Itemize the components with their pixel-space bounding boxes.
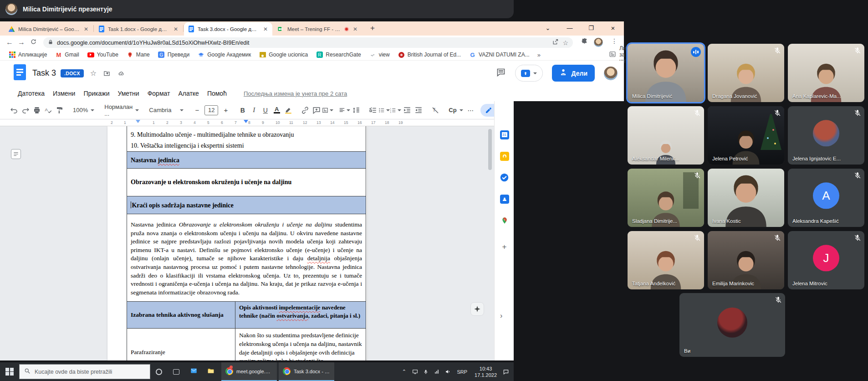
bulleted-list-button[interactable] — [378, 104, 390, 116]
participant-tile[interactable]: Ana Kaplarevic-Ma... — [788, 44, 864, 102]
document-scrollbar[interactable] — [488, 129, 492, 170]
numbered-list-button[interactable]: 123 — [390, 104, 401, 116]
zoom-select[interactable]: 100% — [71, 107, 97, 113]
present-to-meeting-button[interactable] — [515, 65, 543, 82]
participant-tile[interactable]: Jelena Ignjatovic E... — [788, 106, 864, 165]
browser-tab[interactable]: Task 1.docx - Google документи✕ — [94, 22, 183, 36]
taskbar-search-input[interactable]: Kucajte ovde da biste pretražili — [19, 364, 150, 379]
table-row[interactable]: Nastavna jedinica Obrazovanje u elektron… — [127, 214, 366, 302]
ruler-indent-marker[interactable] — [244, 120, 248, 123]
browser-tab[interactable]: Task 3.docx - Google документи✕ — [184, 22, 272, 36]
extensions-puzzle-icon[interactable] — [581, 38, 588, 47]
contacts-panel-icon[interactable] — [499, 194, 510, 204]
toolbar-more-button[interactable]: ⋯ — [465, 104, 477, 116]
reload-icon[interactable] — [27, 38, 39, 47]
menu-Алатке[interactable]: Алатке — [174, 88, 203, 99]
taskbar-app-button[interactable]: Task 3.docx - Googl... — [279, 362, 334, 381]
indent-button[interactable] — [413, 104, 424, 116]
font-size-increase-button[interactable]: + — [220, 104, 231, 116]
menu-Уметни[interactable]: Уметни — [113, 88, 143, 99]
window-minimize-button[interactable]: — — [563, 23, 577, 34]
start-button[interactable] — [0, 368, 19, 376]
keep-panel-icon[interactable] — [499, 151, 510, 161]
undo-button[interactable] — [8, 104, 20, 116]
participant-tile[interactable]: Tatjana Anđelković — [628, 231, 704, 289]
table-row[interactable]: 9. Multimodalno učenje - multimedijalne … — [127, 126, 366, 152]
browser-menu-icon[interactable]: ⋮ — [611, 37, 618, 45]
table-row-header[interactable]: Kraći opis sadržaja nastavne jedinice — [127, 196, 366, 214]
action-center-icon[interactable] — [501, 369, 511, 375]
font-select[interactable]: Cambria — [147, 107, 186, 113]
table-row-header[interactable]: Nastavna jedinica — [127, 152, 366, 169]
share-page-icon[interactable] — [552, 38, 559, 47]
network-signal-icon[interactable] — [432, 369, 442, 375]
mail-app-button[interactable] — [185, 362, 202, 381]
bookmark-item[interactable]: Google Академик — [194, 51, 255, 58]
participant-tile[interactable]: Ivana Kostic — [708, 169, 784, 227]
document-page[interactable]: 9. Multimodalno učenje - multimedijalne … — [107, 126, 367, 360]
taskbar-app-button[interactable]: meet.google.com д... — [221, 362, 277, 381]
microphone-tray-icon[interactable] — [421, 369, 431, 375]
participant-tile[interactable]: Milica Dimitrijević — [628, 44, 704, 102]
tab-search-chevron-icon[interactable]: ⌄ — [541, 23, 555, 34]
new-tab-button[interactable]: + — [367, 23, 378, 34]
line-spacing-button[interactable] — [350, 104, 362, 116]
text-color-button[interactable]: A — [271, 104, 282, 116]
side-panel-add-icon[interactable]: + — [499, 242, 510, 252]
participant-tile[interactable]: AAleksandra Kapešić — [788, 169, 864, 227]
hidden-icons-chevron[interactable]: ⌃ — [399, 369, 409, 375]
document-outline-icon[interactable] — [11, 149, 21, 159]
self-tile[interactable]: Ви — [679, 293, 785, 357]
underline-button[interactable]: U — [260, 104, 271, 116]
volume-icon[interactable] — [443, 369, 453, 375]
participant-tile[interactable]: Sladjana Dimitrije... — [628, 169, 704, 227]
bookmark-item[interactable]: Апликације — [5, 51, 51, 58]
browser-profile-avatar[interactable] — [594, 38, 603, 47]
display-tray-icon[interactable] — [410, 369, 420, 375]
table-row-header[interactable]: Izabrana tehnika aktivnog slušanja Opis … — [127, 302, 366, 329]
participant-tile[interactable]: JJelena Mitrovic — [788, 231, 864, 289]
participant-tile[interactable]: Dragana Jovanović — [708, 44, 784, 102]
ruler-indent-marker[interactable] — [136, 120, 140, 123]
document-title[interactable]: Task 3 — [32, 68, 56, 78]
clear-formatting-button[interactable]: T — [429, 104, 441, 116]
font-size-decrease-button[interactable]: − — [191, 104, 203, 116]
cp-tool-button[interactable]: Cp — [446, 107, 465, 113]
add-comment-button[interactable] — [311, 104, 322, 116]
align-button[interactable] — [339, 104, 350, 116]
bookmark-item[interactable]: Мапе — [123, 51, 154, 58]
bookmark-star-icon[interactable]: ☆ — [562, 39, 568, 46]
menu-Датотека[interactable]: Датотека — [14, 88, 49, 99]
docs-profile-avatar[interactable] — [604, 67, 618, 80]
menu-Формат[interactable]: Формат — [143, 88, 174, 99]
side-panel-collapse-icon[interactable]: › — [500, 312, 502, 320]
participant-tile[interactable]: Emilija Marinkovic — [708, 231, 784, 289]
back-icon[interactable]: ← — [4, 38, 15, 46]
bookmarks-overflow-icon[interactable]: » — [534, 51, 544, 58]
bookmark-item[interactable]: Google ucionica — [255, 51, 312, 58]
participant-tile[interactable]: Aleksandar Milenk... — [628, 106, 704, 165]
table-row[interactable]: Obrazovanje u elektronskom okruženju i u… — [127, 169, 366, 196]
bookmark-item[interactable]: GПреведи — [154, 51, 194, 58]
document-table[interactable]: 9. Multimodalno učenje - multimedijalne … — [127, 126, 366, 360]
comments-icon[interactable] — [496, 68, 506, 79]
table-row[interactable]: Parafraziranje Nakon što su studentima p… — [127, 329, 366, 360]
forward-icon[interactable]: → — [15, 38, 27, 46]
bookmark-item[interactable]: MGmail — [51, 51, 83, 58]
tab-close-icon[interactable]: ✕ — [83, 26, 89, 32]
bookmark-item[interactable]: RResearchGate — [312, 51, 365, 58]
paint-format-button[interactable] — [54, 104, 65, 116]
list-line[interactable]: 9. Multimodalno učenje - multimedijalne … — [131, 129, 362, 140]
tab-close-icon[interactable]: ✕ — [173, 26, 179, 32]
tasks-panel-icon[interactable] — [499, 172, 510, 183]
spellcheck-button[interactable]: A — [42, 104, 54, 116]
browser-tab[interactable]: Meet – Trening FF - prezento✕ — [274, 22, 362, 36]
list-line[interactable]: 10. Veštačka inteligencija i ekspertni s… — [131, 140, 362, 151]
insert-link-button[interactable] — [299, 104, 311, 116]
browser-tab[interactable]: Milica Dimitrijević – Google диск✕ — [5, 22, 93, 36]
outdent-button[interactable] — [401, 104, 413, 116]
highlight-color-button[interactable] — [282, 104, 294, 116]
file-explorer-button[interactable] — [202, 362, 220, 381]
url-field[interactable]: docs.google.com/document/d/1oYHuJw8r0aLS… — [43, 37, 573, 48]
tab-close-icon[interactable]: ✕ — [262, 26, 269, 32]
